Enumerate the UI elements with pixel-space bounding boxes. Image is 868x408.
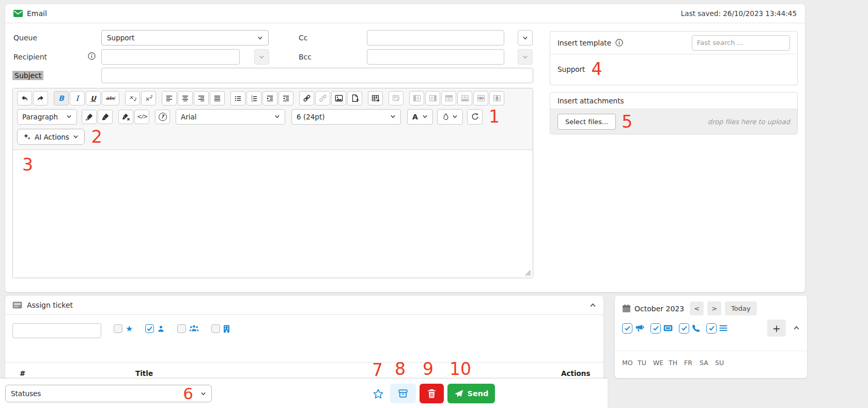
filter-group-tickets-checkbox[interactable] — [177, 324, 199, 333]
bcc-label: Bcc — [299, 53, 312, 61]
compose-form: Queue Support Cc Recipient Bcc Subject — [5, 23, 805, 292]
resize-handle[interactable] — [525, 270, 531, 276]
insert-template-box: Insert template Support 4 — [550, 31, 798, 85]
send-plane-icon — [454, 389, 463, 398]
calendar-filter-tasks[interactable] — [706, 323, 727, 334]
recipient-input[interactable] — [101, 49, 240, 65]
undo-icon — [21, 95, 28, 102]
background-color-select[interactable] — [437, 109, 463, 125]
checkbox[interactable] — [114, 324, 122, 333]
remove-format-button[interactable] — [118, 110, 133, 124]
archive-button[interactable] — [390, 384, 416, 403]
bcc-input[interactable] — [367, 49, 504, 65]
insert-table-button[interactable] — [368, 91, 383, 105]
insert-attachments-title: Insert attachments — [557, 97, 624, 105]
last-saved-text: Last saved: 26/10/2023 13:44:45 — [681, 9, 797, 18]
insert-column-right-button — [425, 91, 440, 105]
subject-input[interactable] — [101, 68, 533, 83]
send-button[interactable]: Send — [447, 384, 495, 403]
filter-organization-tickets-checkbox[interactable] — [211, 324, 230, 333]
column-title: Title — [135, 369, 153, 377]
attachments-dropzone[interactable]: Select files... 5 drop files here to upl… — [550, 109, 797, 134]
queue-value: Support — [107, 34, 134, 42]
calendar-add-button[interactable]: + — [767, 320, 786, 337]
insert-document-button[interactable] — [347, 91, 362, 105]
superscript-button[interactable]: ×2 — [141, 91, 156, 105]
insert-link-button[interactable] — [299, 91, 314, 105]
queue-label: Queue — [13, 34, 37, 42]
checkbox-checked[interactable] — [706, 323, 717, 334]
redo-icon — [37, 95, 44, 102]
weekday-label: SA — [700, 359, 712, 367]
format-painter-copy-icon — [85, 113, 94, 121]
annotation-8: 8 — [395, 360, 406, 377]
ai-actions-button[interactable]: AI Actions — [17, 129, 85, 145]
column-number: # — [20, 369, 25, 377]
send-label: Send — [468, 389, 489, 398]
filter-favorites-checkbox[interactable]: ★ — [114, 324, 133, 333]
template-search-input[interactable] — [692, 35, 790, 51]
favorite-button[interactable] — [371, 386, 385, 402]
calendar-today-button[interactable]: Today — [725, 301, 757, 315]
checkbox-checked[interactable] — [145, 324, 154, 333]
cc-input[interactable] — [367, 30, 504, 46]
strikethrough-button[interactable]: abc — [102, 91, 119, 105]
checkbox[interactable] — [211, 324, 220, 333]
droplet-icon — [442, 113, 450, 120]
font-size-select[interactable]: 6 (24pt) — [291, 109, 401, 125]
indent-button[interactable] — [262, 91, 277, 105]
outdent-icon — [282, 95, 290, 102]
paragraph-format-select[interactable]: Paragraph — [17, 109, 77, 125]
select-files-button[interactable]: Select files... — [557, 114, 616, 130]
filter-my-tickets-checkbox[interactable] — [145, 324, 165, 333]
calendar-panel: October 2023 < > Today + — [615, 296, 807, 378]
delete-button[interactable] — [420, 384, 444, 403]
table-properties-button — [389, 91, 404, 105]
recipient-label: Recipient — [13, 53, 47, 61]
align-center-button[interactable] — [178, 91, 193, 105]
checkbox[interactable] — [177, 324, 186, 333]
numbered-list-button[interactable]: 123 — [246, 91, 261, 105]
calendar-collapse-button[interactable] — [792, 324, 801, 333]
subscript-button[interactable]: ×2 — [125, 91, 140, 105]
cc-expand-button[interactable] — [518, 30, 533, 46]
bold-button[interactable]: B — [54, 91, 69, 105]
queue-select[interactable]: Support — [101, 30, 269, 46]
copy-formatting-button[interactable] — [82, 110, 97, 124]
align-left-button[interactable] — [162, 91, 177, 105]
underline-button[interactable]: U — [86, 91, 101, 105]
source-code-button[interactable]: </> — [134, 110, 149, 124]
checkbox-checked[interactable] — [622, 323, 632, 334]
calendar-filter-tickets[interactable] — [650, 323, 673, 334]
undo-button[interactable] — [17, 91, 32, 105]
chevron-down-icon — [274, 114, 280, 119]
redo-button[interactable] — [33, 91, 48, 105]
italic-button[interactable]: I — [70, 91, 85, 105]
checkbox-checked[interactable] — [650, 323, 661, 334]
editor-body[interactable]: 3 — [13, 150, 533, 278]
ticket-filter-input[interactable] — [12, 323, 101, 338]
calendar-filter-calls[interactable] — [679, 323, 700, 334]
help-button[interactable]: ? — [155, 110, 170, 124]
calendar-next-button[interactable]: > — [707, 301, 721, 315]
chevron-down-icon — [522, 35, 528, 41]
bulleted-list-button[interactable] — [230, 91, 245, 105]
strikethrough-icon: abc — [106, 96, 115, 101]
outdent-button[interactable] — [278, 91, 293, 105]
calendar-prev-button[interactable]: < — [690, 301, 704, 315]
apply-formatting-button[interactable] — [98, 110, 113, 124]
align-right-button[interactable] — [194, 91, 209, 105]
insert-image-button[interactable] — [331, 91, 346, 105]
calendar-filter-announcements[interactable] — [622, 323, 644, 334]
statuses-select[interactable]: Statuses 6 — [5, 385, 212, 402]
align-justify-button[interactable] — [210, 91, 225, 105]
font-family-select[interactable]: Arial — [176, 109, 285, 125]
template-item-support[interactable]: Support — [557, 65, 585, 73]
checkbox-checked[interactable] — [679, 323, 689, 334]
text-color-select[interactable]: A — [407, 109, 433, 125]
bulleted-list-icon — [234, 95, 242, 102]
refresh-button[interactable] — [467, 109, 483, 125]
chevron-down-icon — [522, 54, 528, 60]
favorite-star-icon: ★ — [126, 325, 133, 333]
assign-collapse-button[interactable] — [590, 302, 596, 309]
